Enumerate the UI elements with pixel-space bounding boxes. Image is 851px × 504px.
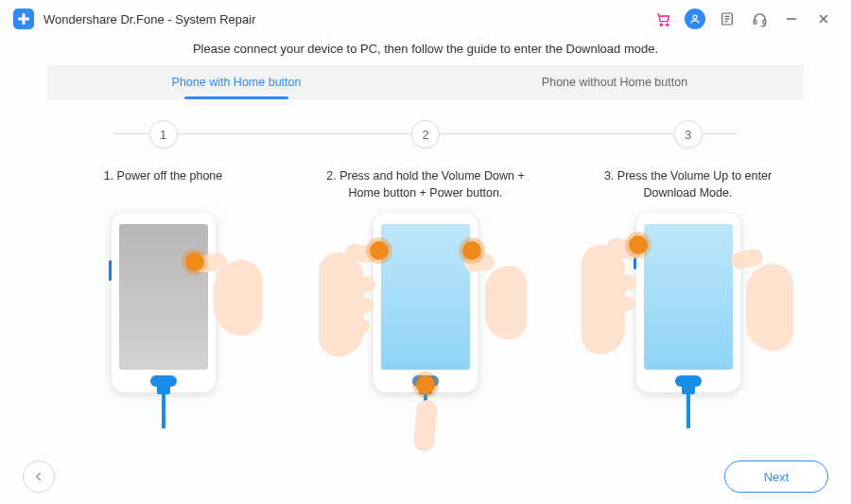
minimize-button[interactable]: [777, 5, 806, 33]
svg-rect-10: [763, 20, 766, 24]
tab-phone-with-home[interactable]: Phone with Home button: [47, 65, 426, 99]
illustration-hold-buttons: [345, 213, 506, 430]
svg-point-3: [666, 24, 668, 26]
tab-bar: Phone with Home button Phone without Hom…: [47, 65, 804, 99]
next-button[interactable]: Next: [724, 461, 828, 493]
step-badge-3: 3: [674, 120, 703, 148]
step-caption-1: 1. Power off the phone: [96, 167, 231, 207]
step-3: 3 3. Press the Volume Up to enter Downlo…: [572, 120, 804, 430]
step-caption-3: 3. Press the Volume Up to enter Download…: [572, 167, 804, 207]
back-button[interactable]: [23, 461, 55, 493]
app-logo-icon: [13, 9, 34, 29]
steps-container: 1 1. Power off the phone: [47, 120, 804, 461]
instruction-text: Please connect your device to PC, then f…: [47, 40, 804, 65]
step-badge-1: 1: [149, 120, 178, 148]
titlebar: Wondershare Dr.Fone - System Repair: [0, 0, 851, 38]
feedback-icon[interactable]: [713, 5, 741, 33]
user-icon[interactable]: [681, 5, 709, 33]
svg-point-4: [693, 15, 697, 19]
close-button[interactable]: [809, 5, 838, 33]
illustration-volume-up: [608, 213, 769, 430]
svg-point-2: [660, 24, 662, 26]
illustration-power-off: [83, 213, 244, 430]
svg-rect-9: [754, 20, 756, 24]
window-title: Wondershare Dr.Fone - System Repair: [43, 12, 255, 26]
support-headset-icon[interactable]: [745, 5, 773, 33]
footer-bar: Next: [0, 449, 851, 504]
cart-icon[interactable]: [649, 5, 677, 33]
tab-phone-without-home[interactable]: Phone without Home button: [426, 65, 804, 99]
step-caption-2: 2. Press and hold the Volume Down + Home…: [310, 167, 542, 207]
main-content: Please connect your device to PC, then f…: [0, 38, 851, 461]
step-badge-2: 2: [411, 120, 440, 148]
svg-rect-1: [18, 18, 29, 21]
step-1: 1 1. Power off the phone: [47, 120, 279, 430]
step-2: 2 2. Press and hold the Volume Down + Ho…: [310, 120, 542, 430]
